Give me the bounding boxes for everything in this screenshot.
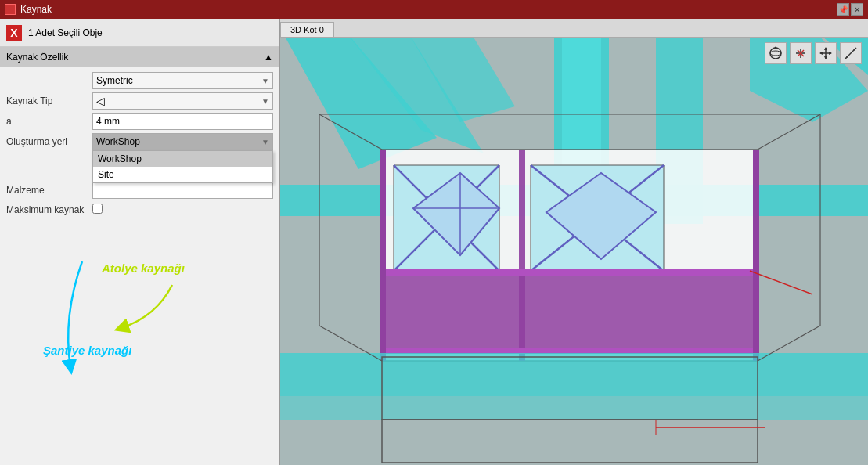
svg-marker-53 (829, 52, 832, 55)
svg-point-41 (770, 48, 781, 59)
svg-marker-52 (819, 52, 823, 55)
properties-grid: Symetric ▼ Kaynak Tip ◁ ▼ a (0, 67, 279, 222)
atolye-label: Atolye kaynağı (102, 261, 185, 275)
tab-bar: 3D Kot 0 (280, 19, 868, 38)
collapse-button[interactable]: ▲ (264, 52, 273, 63)
olusturma-option-site[interactable]: Site (93, 167, 272, 182)
prop-label-maksimum: Maksimum kaynak (6, 204, 92, 215)
pan-button[interactable] (815, 42, 837, 64)
svg-rect-24 (753, 150, 759, 361)
olusturma-option-workshop[interactable]: WorkShop (93, 151, 272, 167)
left-panel: X 1 Adet Seçili Obje Kaynak Özellik ▲ Sy… (0, 19, 280, 465)
symetric-dropdown[interactable]: Symetric ▼ (92, 72, 273, 89)
app-icon (5, 4, 16, 15)
viewport-toolbar (765, 42, 862, 64)
symetric-arrow: ▼ (261, 77, 269, 85)
kaynak-tip-arrow: ▼ (261, 97, 269, 106)
prop-value-kaynak-tip: ◁ ▼ (92, 92, 273, 110)
annotation-area: Atolye kaynağı Şantiye kaynağı (0, 222, 279, 465)
annotation-svg (0, 222, 280, 457)
properties-title: Kaynak Özellik (6, 52, 68, 63)
svg-rect-23 (380, 150, 386, 361)
prop-value-olusturma: WorkShop ▼ WorkShop Site (92, 133, 273, 150)
prop-row-olusturma: Oluşturma yeri WorkShop ▼ WorkShop Site (0, 132, 279, 152)
malzeme-input[interactable] (92, 182, 273, 199)
prop-value-a (92, 113, 273, 130)
pin-button[interactable]: 📌 (837, 3, 849, 16)
prop-row-kaynak-tip: Kaynak Tip ◁ ▼ (0, 91, 279, 111)
title-bar-buttons: 📌 ✕ (837, 3, 863, 16)
olusturma-arrow: ▼ (261, 138, 269, 146)
title-bar: Kaynak 📌 ✕ (0, 0, 868, 19)
svg-point-42 (770, 51, 781, 56)
olusturma-dropdown-menu: WorkShop Site (92, 150, 273, 183)
prop-row-a: a (0, 111, 279, 132)
prop-label-kaynak-tip: Kaynak Tip (6, 96, 92, 106)
prop-row-maksimum: Maksimum kaynak (0, 200, 279, 219)
svg-rect-21 (382, 269, 758, 276)
selected-bar: X 1 Adet Seçili Obje (0, 19, 279, 47)
svg-marker-50 (824, 47, 827, 50)
svg-point-43 (775, 47, 777, 49)
santiye-label: Şantiye kaynağı (43, 344, 131, 357)
maksimum-checkbox[interactable] (92, 204, 103, 214)
svg-rect-26 (280, 396, 868, 420)
kaynak-tip-dropdown[interactable]: ◁ ▼ (92, 92, 273, 110)
properties-header: Kaynak Özellik ▲ (0, 47, 279, 67)
orbit-icon (769, 46, 783, 60)
svg-rect-22 (382, 348, 758, 354)
scene-viewport (280, 38, 868, 465)
svg-marker-51 (824, 56, 827, 59)
svg-rect-25 (280, 353, 868, 396)
prop-label-olusturma: Oluşturma yeri (6, 136, 92, 147)
olusturma-value: WorkShop (96, 136, 140, 147)
right-viewport: 3D Kot 0 (280, 19, 868, 465)
prop-value-symetric: Symetric ▼ (92, 72, 273, 89)
a-input[interactable] (92, 113, 273, 130)
cursor-button[interactable] (790, 42, 812, 64)
zoom-icon (844, 46, 858, 60)
prop-label-malzeme: Malzeme (6, 185, 92, 196)
symetric-value: Symetric (96, 75, 133, 86)
prop-label-a: a (6, 116, 92, 127)
prop-value-malzeme (92, 182, 273, 199)
tab-3d-kot-0[interactable]: 3D Kot 0 (280, 22, 334, 37)
cursor-icon (794, 46, 808, 60)
title-bar-label: Kaynak (20, 4, 52, 15)
pan-icon (819, 46, 833, 60)
prop-row-symetric: Symetric ▼ (0, 70, 279, 91)
main-layout: X 1 Adet Seçili Obje Kaynak Özellik ▲ Sy… (0, 19, 868, 465)
kaynak-tip-icon: ◁ (96, 95, 105, 107)
selected-count-label: 1 Adet Seçili Obje (28, 27, 103, 38)
close-button[interactable]: ✕ (851, 3, 863, 16)
olusturma-dropdown[interactable]: WorkShop ▼ (92, 133, 273, 150)
svg-rect-20 (382, 271, 758, 353)
deselect-button[interactable]: X (6, 25, 22, 41)
prop-value-maksimum (92, 204, 273, 216)
zoom-button[interactable] (840, 42, 862, 64)
orbit-button[interactable] (765, 42, 787, 64)
